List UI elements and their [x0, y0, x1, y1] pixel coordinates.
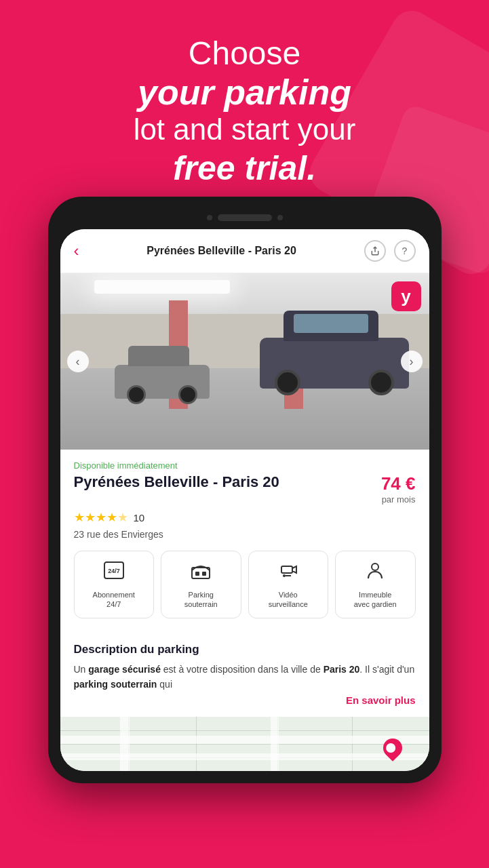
map-grid	[352, 717, 353, 771]
notch-dot-2	[277, 215, 283, 220]
car-body-2	[260, 338, 409, 389]
phone-notch	[60, 209, 429, 229]
left-arrow-icon: ‹	[76, 355, 80, 369]
price-amount: 74 €	[381, 473, 416, 494]
car-1	[115, 365, 210, 412]
right-arrow-icon: ›	[410, 355, 414, 369]
feature-247-label: Abonnement24/7	[80, 590, 149, 610]
image-next-button[interactable]: ›	[401, 351, 423, 372]
phone-frame: ‹ Pyrénées Belleville - Paris 20 ?	[48, 197, 442, 783]
map-grid	[60, 730, 429, 731]
read-more-link[interactable]: En savoir plus	[74, 694, 416, 706]
feature-247: 24/7 Abonnement24/7	[74, 551, 155, 618]
app-header: ‹ Pyrénées Belleville - Paris 20 ?	[60, 229, 429, 273]
notch-pill	[218, 214, 272, 221]
car-top-2	[283, 311, 378, 341]
description-text: Un garage sécurisé est à votre dispositi…	[74, 662, 416, 692]
ceiling-light	[94, 280, 230, 294]
feature-underground: Parkingsouterrain	[161, 551, 241, 618]
feature-cctv-label: Vidéosurveillance	[254, 590, 323, 610]
logo-letter: y	[401, 286, 410, 307]
image-prev-button[interactable]: ‹	[67, 351, 89, 372]
svg-rect-4	[195, 572, 199, 576]
map-road	[120, 717, 130, 771]
feature-cctv: Vidéosurveillance	[248, 551, 329, 618]
svg-rect-6	[281, 566, 292, 573]
svg-text:24/7: 24/7	[108, 568, 120, 574]
app-logo-badge: y	[391, 281, 421, 311]
wheel-fl	[127, 385, 146, 404]
help-icon[interactable]: ?	[394, 240, 416, 262]
feature-guard-icon	[341, 559, 410, 586]
app-title: Pyrénées Belleville - Paris 20	[146, 245, 296, 257]
features-grid: 24/7 Abonnement24/7	[74, 551, 416, 618]
description-title: Description du parking	[74, 643, 416, 656]
map-road	[271, 717, 279, 771]
svg-point-9	[372, 564, 378, 570]
headline-line2: your parking	[41, 73, 448, 112]
parking-name: Pyrénées Belleville - Paris 20	[74, 473, 279, 491]
header-icons: ?	[364, 240, 416, 262]
parking-scene	[60, 273, 429, 450]
car-body-1	[115, 365, 210, 399]
headline-line1: Choose	[41, 34, 448, 73]
headline-line3: lot and start your	[41, 112, 448, 148]
feature-cctv-icon	[254, 559, 323, 586]
back-button[interactable]: ‹	[74, 241, 79, 260]
phone-screen: ‹ Pyrénées Belleville - Paris 20 ?	[60, 229, 429, 771]
feature-underground-label: Parkingsouterrain	[167, 590, 235, 610]
price-period: par mois	[381, 494, 416, 505]
wheel-rl	[178, 385, 197, 404]
car-window	[294, 314, 368, 333]
header-section: Choose your parking lot and start your f…	[0, 0, 489, 209]
phone-mockup: ‹ Pyrénées Belleville - Paris 20 ?	[48, 197, 442, 783]
headline-line4: free trial.	[41, 148, 448, 189]
parking-image: y ‹ ›	[60, 273, 429, 450]
feature-underground-icon	[167, 559, 235, 586]
wheel-fr	[275, 370, 300, 395]
map-preview[interactable]	[60, 717, 429, 771]
parking-info: Disponible immédiatement Pyrénées Bellev…	[60, 450, 429, 643]
svg-rect-5	[202, 572, 206, 576]
description-section: Description du parking Un garage sécuris…	[60, 643, 429, 717]
share-icon[interactable]	[364, 240, 386, 262]
parking-title-row: Pyrénées Belleville - Paris 20 74 € par …	[74, 473, 416, 505]
map-road	[60, 736, 429, 744]
svg-rect-3	[192, 568, 210, 578]
feature-guard-label: Immeubleavec gardien	[341, 590, 410, 610]
parking-address: 23 rue des Envierges	[74, 529, 416, 540]
feature-247-icon: 24/7	[80, 559, 149, 586]
notch-dot-1	[207, 215, 212, 220]
feature-guard: Immeubleavec gardien	[335, 551, 416, 618]
rating-row: ★★★★★ 10	[74, 510, 416, 525]
map-road	[60, 753, 429, 760]
map-grid	[60, 744, 429, 745]
car-2	[260, 338, 409, 412]
car-top-1	[128, 346, 189, 366]
svg-point-7	[283, 574, 286, 577]
rating-count: 10	[134, 512, 145, 524]
rating-stars: ★★★★★	[74, 510, 128, 525]
availability-badge: Disponible immédiatement	[74, 460, 416, 471]
wheel-rr	[368, 370, 394, 395]
map-grid	[196, 717, 197, 771]
price-block: 74 € par mois	[381, 473, 416, 505]
